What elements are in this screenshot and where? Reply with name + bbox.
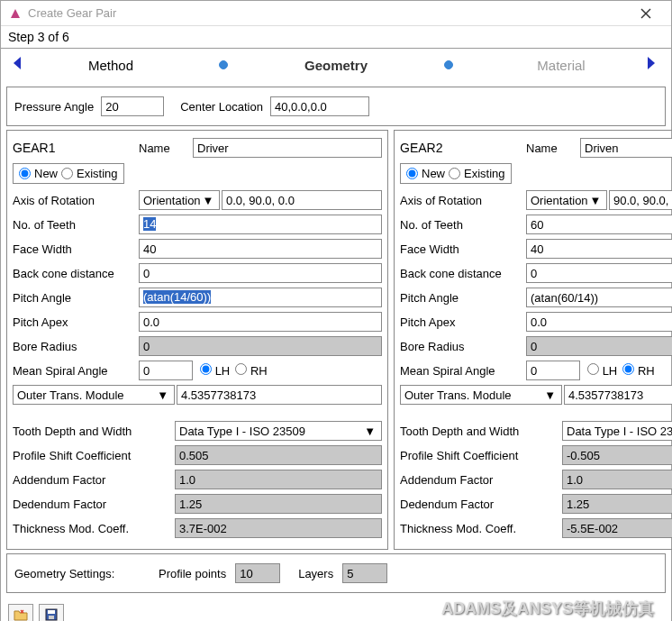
gear2-addendum-input[interactable]: [562, 470, 672, 489]
pressure-angle-label: Pressure Angle: [14, 100, 94, 114]
tab-method[interactable]: Method: [57, 58, 165, 73]
gear2-module-value[interactable]: [564, 385, 672, 405]
gear1-toothdepth-dropdown[interactable]: Data Type I - ISO 23509 ▼: [175, 421, 382, 441]
gear1-new-existing-group: New Existing: [13, 163, 124, 184]
step-dot-icon: [219, 60, 228, 69]
profile-points-label: Profile points: [159, 567, 226, 580]
gear2-facewidth-input[interactable]: [526, 239, 672, 259]
gear1-teeth-input[interactable]: 14: [139, 215, 382, 234]
step-dot-icon: [444, 60, 453, 69]
gear2-spiral-input[interactable]: [526, 361, 580, 380]
gear1-facewidth-input[interactable]: [139, 239, 382, 259]
gear2-pitchapex-input[interactable]: [526, 312, 672, 332]
gear1-dedendum-label: Dedendum Factor: [13, 498, 175, 511]
gear1-module-value[interactable]: [177, 385, 382, 405]
gear1-orientation-dropdown[interactable]: Orientation ▼: [139, 190, 220, 210]
gear2-orientation-value[interactable]: [609, 190, 672, 210]
gear1-lh-radio[interactable]: LH: [200, 363, 230, 378]
gear1-pitchangle-input[interactable]: (atan(14/60)): [139, 288, 382, 307]
gear1-name-input[interactable]: [193, 138, 382, 158]
layers-input[interactable]: [342, 563, 387, 583]
chevron-down-icon: ▼: [155, 388, 170, 402]
tab-geometry[interactable]: Geometry: [282, 58, 390, 73]
gear2-rh-radio[interactable]: RH: [622, 363, 654, 378]
gear1-axis-label: Axis of Rotation: [13, 194, 139, 207]
gear2-toothdepth-dropdown[interactable]: Data Type I - ISO 23509 ▼: [562, 421, 672, 441]
chevron-down-icon: ▼: [201, 194, 216, 207]
gear1-panel: GEAR1 Name New Existing Axis of Rotation…: [6, 130, 388, 550]
gear1-spiral-label: Mean Spiral Angle: [13, 364, 139, 378]
gear1-pitchapex-input[interactable]: [139, 312, 382, 332]
close-button[interactable]: [628, 1, 664, 26]
gear2-backcone-input[interactable]: [526, 263, 672, 283]
gear2-thickness-input[interactable]: [562, 518, 672, 538]
gear1-rh-radio[interactable]: RH: [235, 363, 267, 378]
pressure-angle-input[interactable]: [101, 96, 164, 116]
tab-material[interactable]: Material: [507, 58, 615, 73]
gear1-orientation-value[interactable]: [222, 190, 382, 210]
svg-rect-6: [48, 610, 55, 614]
gear2-facewidth-label: Face Width: [400, 242, 526, 256]
geometry-settings-group: Geometry Settings: Profile points Layers: [6, 553, 666, 593]
wizard-nav: Method Geometry Material: [1, 49, 671, 81]
gear1-addendum-label: Addendum Factor: [13, 473, 175, 487]
gear2-dedendum-input[interactable]: [562, 494, 672, 514]
pressure-center-group: Pressure Angle Center Location: [6, 87, 666, 126]
gear2-dedendum-label: Dedendum Factor: [400, 498, 562, 511]
gear1-module-dropdown[interactable]: Outer Trans. Module ▼: [13, 385, 175, 405]
center-location-input[interactable]: [270, 96, 369, 116]
gear1-profileshift-input[interactable]: [175, 445, 382, 465]
gear2-existing-radio[interactable]: Existing: [449, 167, 505, 180]
svg-marker-4: [648, 57, 655, 69]
gear2-name-input[interactable]: [580, 138, 672, 158]
gear2-new-radio[interactable]: New: [406, 167, 445, 180]
gear1-dedendum-input[interactable]: [175, 494, 382, 514]
gear1-profileshift-label: Profile Shift Coefficient: [13, 449, 175, 462]
gear2-pitchapex-label: Pitch Apex: [400, 315, 526, 329]
gear1-new-radio[interactable]: New: [19, 167, 58, 180]
save-button[interactable]: [39, 604, 64, 621]
window-title: Create Gear Pair: [28, 6, 628, 20]
gear2-spiral-label: Mean Spiral Angle: [400, 364, 526, 378]
gear1-existing-radio[interactable]: Existing: [61, 167, 118, 180]
gear1-thickness-label: Thickness Mod. Coeff.: [13, 522, 175, 535]
create-gear-pair-window: Create Gear Pair Step 3 of 6 Method Geom…: [0, 0, 672, 621]
chevron-down-icon: ▼: [542, 388, 558, 402]
gear1-pitchangle-label: Pitch Angle: [13, 291, 139, 305]
layers-label: Layers: [298, 567, 333, 580]
gear1-backcone-label: Back cone distance: [13, 267, 139, 280]
profile-points-input[interactable]: [235, 563, 280, 583]
gear1-bore-input[interactable]: [139, 336, 382, 356]
gear1-thickness-input[interactable]: [175, 518, 382, 538]
open-folder-button[interactable]: [8, 604, 33, 621]
gear2-teeth-label: No. of Teeth: [400, 218, 526, 232]
gear1-spiral-input[interactable]: [139, 361, 193, 380]
gear1-addendum-input[interactable]: [175, 470, 382, 489]
gear1-title: GEAR1: [13, 141, 139, 155]
geometry-settings-label: Geometry Settings:: [14, 567, 150, 580]
bottom-toolbar: [1, 598, 671, 621]
gear2-orientation-dropdown[interactable]: Orientation ▼: [526, 190, 607, 210]
prev-arrow-icon[interactable]: [8, 54, 30, 76]
gear1-teeth-label: No. of Teeth: [13, 218, 139, 232]
gear2-profileshift-input[interactable]: [562, 445, 672, 465]
svg-marker-0: [11, 9, 20, 18]
gear2-pitchangle-label: Pitch Angle: [400, 291, 526, 305]
svg-rect-7: [49, 616, 54, 619]
gear2-axis-label: Axis of Rotation: [400, 194, 526, 207]
gear2-bore-label: Bore Radius: [400, 340, 526, 353]
gear2-lh-radio[interactable]: LH: [587, 363, 617, 378]
gear2-pitchangle-input[interactable]: [526, 288, 672, 307]
center-location-label: Center Location: [180, 100, 263, 114]
gear2-backcone-label: Back cone distance: [400, 267, 526, 280]
svg-marker-3: [14, 57, 21, 69]
gear2-teeth-input[interactable]: [526, 215, 672, 234]
titlebar: Create Gear Pair: [1, 1, 671, 26]
gear2-panel: GEAR2 Name New Existing Axis of Rotation…: [394, 130, 672, 550]
gear2-bore-input[interactable]: [526, 336, 672, 356]
next-arrow-icon[interactable]: [642, 54, 664, 76]
gear2-module-dropdown[interactable]: Outer Trans. Module ▼: [400, 385, 562, 405]
gear1-toothdepth-label: Tooth Depth and Width: [13, 425, 175, 438]
gear2-title: GEAR2: [400, 141, 526, 155]
gear1-backcone-input[interactable]: [139, 263, 382, 283]
